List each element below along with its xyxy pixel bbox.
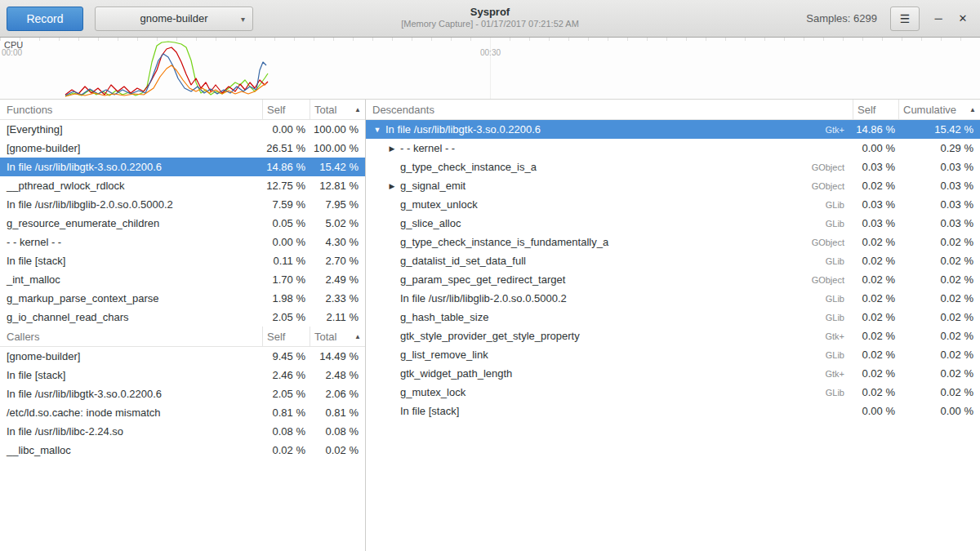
callers-column-header[interactable]: Callers: [0, 327, 262, 346]
cell-function-name: - - kernel - -: [0, 236, 262, 248]
functions-row[interactable]: [gnome-builder]26.51 %100.00 %: [0, 139, 365, 158]
cell-cumulative-percent: 0.29 %: [898, 142, 980, 154]
cell-cumulative-percent: 0.02 %: [898, 292, 980, 304]
cell-function-name: g_mutex_unlock: [399, 198, 794, 211]
cell-total-percent: 100.00 %: [310, 123, 365, 136]
minimize-button[interactable]: ─: [926, 7, 951, 31]
cell-self-percent: 2.05 %: [262, 388, 310, 400]
functions-total-column-header[interactable]: Total ▲: [310, 100, 365, 119]
cell-function-name: g_resource_enumerate_children: [0, 217, 262, 229]
callers-header-label: Callers: [7, 331, 39, 343]
cell-total-percent: 2.48 %: [310, 369, 365, 381]
functions-row[interactable]: _int_malloc1.70 %2.49 %: [0, 270, 365, 289]
time-label-start: 00:00: [2, 48, 22, 57]
functions-row[interactable]: g_resource_enumerate_children0.05 %5.02 …: [0, 214, 365, 233]
cell-cumulative-percent: 0.02 %: [898, 330, 980, 342]
callers-row[interactable]: In file [stack]2.46 %2.48 %: [0, 366, 365, 384]
functions-row[interactable]: [Everything]0.00 %100.00 %: [0, 120, 365, 139]
expander-closed-icon[interactable]: ▶: [385, 144, 399, 153]
descendants-row[interactable]: ▶g_signal_emitGObject0.02 %0.03 %: [366, 176, 980, 195]
expander-open-icon[interactable]: ▼: [371, 126, 384, 134]
descendants-row[interactable]: g_datalist_id_set_data_fullGLib0.02 %0.0…: [366, 251, 980, 270]
cell-self-percent: 2.05 %: [262, 311, 310, 323]
descendants-row[interactable]: gtk_widget_path_lengthGtk+0.02 %0.02 %: [366, 364, 980, 383]
cell-self-percent: 0.02 %: [853, 180, 898, 192]
cell-function-name: gtk_widget_path_length: [399, 367, 794, 380]
callers-row[interactable]: __libc_malloc0.02 %0.02 %: [0, 441, 365, 460]
descendants-row[interactable]: In file [stack]0.00 %0.00 %: [366, 402, 980, 420]
cell-function-name: g_list_remove_link: [399, 349, 794, 361]
close-button[interactable]: ✕: [951, 7, 975, 31]
cell-self-percent: 0.03 %: [853, 198, 898, 211]
functions-column-header[interactable]: Functions: [0, 100, 262, 119]
cell-function-name: g_markup_parse_context_parse: [0, 292, 262, 304]
descendants-row[interactable]: g_hash_table_sizeGLib0.02 %0.02 %: [366, 308, 980, 327]
menu-button[interactable]: ☰: [890, 7, 920, 31]
cell-cumulative-percent: 0.02 %: [898, 273, 980, 286]
cumulative-header-label: Cumulative: [903, 104, 956, 116]
cell-total-percent: 2.11 %: [310, 311, 365, 323]
cell-total-percent: 0.08 %: [310, 425, 365, 438]
app-title: Sysprof: [401, 6, 579, 19]
cell-self-percent: 1.98 %: [262, 292, 310, 304]
descendants-column-header[interactable]: Descendants: [366, 100, 853, 119]
cell-total-percent: 0.02 %: [310, 444, 365, 456]
functions-row[interactable]: - - kernel - -0.00 %4.30 %: [0, 233, 365, 251]
cell-function-name: g_mutex_lock: [399, 386, 794, 398]
callers-total-column-header[interactable]: Total ▲: [310, 327, 365, 346]
cell-function-name: g_type_check_instance_is_a: [399, 161, 794, 173]
callers-row[interactable]: In file /usr/lib/libgtk-3.so.0.2200.62.0…: [0, 384, 365, 403]
cell-total-percent: 5.02 %: [310, 217, 365, 229]
functions-row[interactable]: g_markup_parse_context_parse1.98 %2.33 %: [0, 289, 365, 308]
cell-function-name: g_type_check_instance_is_fundamentally_a: [399, 236, 794, 248]
functions-table-header: Functions Self Total ▲: [0, 100, 365, 120]
callers-row[interactable]: In file /usr/lib/libc-2.24.so0.08 %0.08 …: [0, 422, 365, 441]
descendants-row[interactable]: gtk_style_provider_get_style_propertyGtk…: [366, 327, 980, 345]
descendants-cumulative-column-header[interactable]: Cumulative ▲: [898, 100, 980, 119]
record-button[interactable]: Record: [7, 7, 83, 31]
descendants-row[interactable]: g_list_remove_linkGLib0.02 %0.02 %: [366, 345, 980, 364]
descendants-row[interactable]: g_mutex_lockGLib0.02 %0.02 %: [366, 383, 980, 402]
descendants-row[interactable]: In file /usr/lib/libglib-2.0.so.0.5000.2…: [366, 289, 980, 308]
cell-total-percent: 7.95 %: [310, 198, 365, 211]
descendants-row[interactable]: g_param_spec_get_redirect_targetGObject0…: [366, 270, 980, 289]
functions-row[interactable]: g_io_channel_read_chars2.05 %2.11 %: [0, 308, 365, 327]
cell-self-percent: 1.70 %: [262, 273, 310, 286]
cell-self-percent: 0.00 %: [853, 405, 898, 417]
cell-total-percent: 2.33 %: [310, 292, 365, 304]
callers-table-header: Callers Self Total ▲: [0, 327, 365, 347]
cell-function-name: g_datalist_id_set_data_full: [399, 255, 794, 267]
expander-closed-icon[interactable]: ▶: [385, 182, 399, 190]
descendants-row[interactable]: g_type_check_instance_is_aGObject0.03 %0…: [366, 158, 980, 176]
cell-library-tag: GObject: [794, 275, 853, 285]
cell-library-tag: Gtk+: [794, 331, 853, 341]
functions-row[interactable]: __pthread_rwlock_rdlock12.75 %12.81 %: [0, 176, 365, 195]
cell-function-name: __libc_malloc: [0, 444, 262, 456]
cell-cumulative-percent: 0.02 %: [898, 311, 980, 323]
functions-row[interactable]: In file /usr/lib/libglib-2.0.so.0.5000.2…: [0, 195, 365, 214]
descendants-row[interactable]: g_type_check_instance_is_fundamentally_a…: [366, 233, 980, 251]
process-selector-dropdown[interactable]: gnome-builder ▾: [95, 7, 253, 31]
chevron-down-icon: ▾: [241, 15, 245, 24]
cell-cumulative-percent: 0.02 %: [898, 255, 980, 267]
cell-total-percent: 15.42 %: [310, 161, 365, 173]
callers-row[interactable]: [gnome-builder]9.45 %14.49 %: [0, 347, 365, 366]
descendants-row[interactable]: ▶- - kernel - -0.00 %0.29 %: [366, 139, 980, 158]
descendants-row[interactable]: g_slice_allocGLib0.03 %0.03 %: [366, 214, 980, 233]
descendants-row[interactable]: g_mutex_unlockGLib0.03 %0.03 %: [366, 195, 980, 214]
cell-cumulative-percent: 0.03 %: [898, 217, 980, 229]
functions-self-column-header[interactable]: Self: [262, 100, 310, 119]
functions-row[interactable]: In file /usr/lib/libgtk-3.so.0.2200.614.…: [0, 158, 365, 176]
cell-cumulative-percent: 0.03 %: [898, 198, 980, 211]
descendants-self-column-header[interactable]: Self: [853, 100, 898, 119]
cpu-graph-area[interactable]: CPU 00:00 00:30: [0, 38, 980, 100]
cell-total-percent: 12.81 %: [310, 180, 365, 192]
callers-row[interactable]: /etc/ld.so.cache: inode mismatch0.81 %0.…: [0, 403, 365, 422]
callers-self-column-header[interactable]: Self: [262, 327, 310, 346]
total-header-label: Total: [314, 331, 336, 343]
cell-function-name: gtk_style_provider_get_style_property: [399, 330, 794, 342]
functions-row[interactable]: In file [stack]0.11 %2.70 %: [0, 251, 365, 270]
descendants-row[interactable]: ▼In file /usr/lib/libgtk-3.so.0.2200.6Gt…: [366, 120, 980, 139]
cell-self-percent: 14.86 %: [853, 123, 898, 136]
cell-library-tag: GLib: [794, 219, 853, 229]
